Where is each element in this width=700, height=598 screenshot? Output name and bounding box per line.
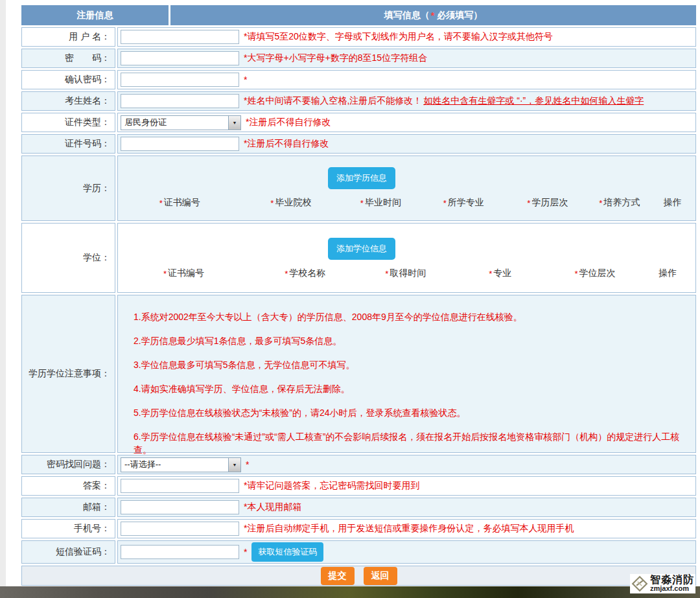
degree-col-cert-no: *证书编号: [118, 268, 250, 279]
password-label: 密 码：: [65, 52, 110, 64]
id-number-input[interactable]: [121, 137, 239, 151]
header-left-title: 注册信息: [77, 10, 113, 21]
logo-domain: zmjaxf.com: [650, 585, 694, 593]
header-right-cell: 填写信息（* 必须填写）: [170, 5, 696, 25]
bottom-photo-strip: [0, 586, 700, 598]
recovery-question-select[interactable]: --请选择-- ▼: [121, 457, 241, 472]
degree-col-major: *专业: [450, 268, 550, 279]
username-row: 用 户 名： *请填写5至20位数字、字母或下划线作为用户名，请不要输入汉字或其…: [21, 27, 696, 47]
password-input[interactable]: [121, 51, 239, 65]
recovery-question-hint: *: [246, 459, 249, 470]
notes-row: 学历学位注意事项： 1.系统对2002年至今大专以上（含大专）的学历信息、200…: [21, 295, 696, 453]
id-type-hint: *注册后不得自行修改: [246, 117, 331, 128]
education-label: 学历：: [83, 183, 110, 194]
candidate-name-input[interactable]: [121, 94, 239, 108]
mobile-row: 手机号： *注册后自动绑定手机，用于发送短信或重要操作身份认定，务必填写本人现用…: [21, 519, 696, 538]
zmjaxf-logo-icon: [631, 575, 648, 592]
degree-col-obtain-time: *取得时间: [360, 268, 450, 279]
confirm-password-row: 确认密码： *: [21, 70, 696, 89]
confirm-password-input[interactable]: [121, 73, 239, 87]
recovery-question-selected-value: --请选择--: [124, 459, 161, 470]
education-col-operation: 操作: [650, 197, 695, 209]
education-col-level: *学历层次: [506, 197, 589, 209]
note-item-4: 4.请如实准确填写学历、学位信息，保存后无法删除。: [134, 382, 350, 395]
rare-character-help-link[interactable]: 如姓名中含有生僻字或 “·”，参见姓名中如何输入生僻字: [423, 95, 644, 107]
table-header-row: 注册信息 填写信息（* 必须填写）: [21, 5, 696, 25]
mobile-hint: *注册后自动绑定手机，用于发送短信或重要操作身份认定，务必填写本人现用手机: [244, 523, 574, 535]
password-hint: *大写字母+小写字母+数字的8至15位字符组合: [244, 52, 427, 64]
add-education-button[interactable]: 添加学历信息: [328, 167, 395, 189]
degree-label: 学位：: [83, 252, 110, 264]
id-number-row: 证件号码： *注册后不得自行修改: [21, 134, 696, 154]
degree-col-school-name: *学校名称: [250, 268, 360, 279]
username-label: 用 户 名：: [69, 31, 110, 43]
dropdown-arrow-icon: ▼: [228, 116, 240, 130]
id-number-label: 证件号码：: [65, 138, 110, 150]
education-col-school: *毕业院校: [242, 197, 340, 209]
registration-form-table: 注册信息 填写信息（* 必须填写） 用 户 名： *请填写5至20位数字、字母或…: [21, 5, 696, 586]
answer-label: 答案：: [83, 480, 110, 492]
answer-input[interactable]: [121, 479, 239, 493]
confirm-password-label: 确认密码：: [65, 74, 110, 86]
username-input[interactable]: [121, 30, 239, 44]
note-item-6: 6.学历学位信息在线核验“未通过”或“需人工核查”的不会影响后续报名，须在报名开…: [134, 430, 689, 456]
education-col-major: *所学专业: [421, 197, 506, 209]
candidate-name-hint: *姓名中间请不要输入空格,注册后不能修改！: [244, 95, 422, 107]
candidate-name-row: 考生姓名： *姓名中间请不要输入空格,注册后不能修改！如姓名中含有生僻字或 “·…: [21, 91, 696, 111]
registration-page: 注册信息 填写信息（* 必须填写） 用 户 名： *请填写5至20位数字、字母或…: [0, 0, 700, 598]
degree-col-operation: 操作: [640, 268, 695, 279]
id-type-select[interactable]: 居民身份证 ▼: [121, 115, 241, 130]
zmjaxf-logo: 智淼消防 zmjaxf.com: [630, 574, 695, 593]
mobile-input[interactable]: [121, 522, 239, 536]
id-type-selected-value: 居民身份证: [124, 117, 167, 128]
answer-hint: *请牢记问题答案，忘记密码需找回时要用到: [244, 480, 419, 492]
dropdown-arrow-icon: ▼: [228, 458, 240, 472]
id-type-row: 证件类型： 居民身份证 ▼ *注册后不得自行修改: [21, 113, 696, 132]
education-col-grad-time: *毕业时间: [340, 197, 421, 209]
note-item-1: 1.系统对2002年至今大专以上（含大专）的学历信息、2008年9月至今的学位信…: [134, 310, 522, 323]
confirm-password-hint: *: [244, 75, 247, 85]
add-degree-button[interactable]: 添加学位信息: [328, 238, 395, 260]
note-item-3: 3.学位信息最多可填写5条信息，无学位信息可不填写。: [134, 358, 355, 371]
email-hint: *本人现用邮箱: [244, 501, 301, 513]
password-row: 密 码： *大写字母+小写字母+数字的8至15位字符组合: [21, 49, 696, 68]
sms-code-hint: *: [244, 547, 247, 557]
get-sms-code-button[interactable]: 获取短信验证码: [251, 542, 323, 562]
email-row: 邮箱： *本人现用邮箱: [21, 498, 696, 517]
recovery-question-label: 密码找回问题：: [47, 459, 110, 470]
header-left-cell: 注册信息: [21, 5, 169, 25]
degree-row: 学位： 添加学位信息 *证书编号 *学校名称 *取得时间 *专业 *学位层次 操…: [21, 223, 696, 293]
logo-title: 智淼消防: [650, 575, 694, 586]
id-type-label: 证件类型：: [65, 117, 110, 128]
note-item-5: 5.学历学位信息在线核验状态为“未核验”的，请24小时后，登录系统查看核验状态。: [134, 406, 466, 419]
mobile-label: 手机号：: [74, 523, 110, 535]
degree-columns-header: *证书编号 *学校名称 *取得时间 *专业 *学位层次 操作: [118, 268, 695, 279]
education-row: 学历： 添加学历信息 *证书编号 *毕业院校 *毕业时间 *所学专业 *学历层次…: [21, 155, 696, 221]
page-left-margin: [0, 0, 6, 586]
education-columns-header: *证书编号 *毕业院校 *毕业时间 *所学专业 *学历层次 *培养方式 操作: [118, 197, 695, 209]
sms-code-input[interactable]: [121, 545, 239, 559]
recovery-question-row: 密码找回问题： --请选择-- ▼ *: [21, 455, 696, 474]
required-star: *: [431, 10, 434, 21]
header-right-prefix: 填写信息（: [384, 10, 430, 21]
header-right-suffix: 必须填写）: [437, 10, 482, 21]
education-col-cert-no: *证书编号: [118, 197, 242, 209]
sms-code-row: 短信验证码： * 获取短信验证码: [21, 540, 696, 564]
id-number-hint: *注册后不得自行修改: [244, 138, 329, 150]
notes-label: 学历学位注意事项：: [29, 368, 110, 380]
submit-button[interactable]: 提交: [321, 567, 355, 585]
note-item-2: 2.学历信息最少填写1条信息，最多可填写5条信息。: [134, 334, 342, 347]
back-button[interactable]: 返回: [364, 567, 397, 585]
username-hint: *请填写5至20位数字、字母或下划线作为用户名，请不要输入汉字或其他符号: [244, 31, 553, 43]
education-col-training-mode: *培养方式: [589, 197, 650, 209]
sms-code-label: 短信验证码：: [56, 546, 110, 558]
email-label: 邮箱：: [83, 501, 110, 513]
answer-row: 答案： *请牢记问题答案，忘记密码需找回时要用到: [21, 476, 696, 496]
email-input[interactable]: [121, 500, 239, 514]
candidate-name-label: 考生姓名：: [65, 95, 110, 107]
footer-row: 提交 返回: [21, 566, 696, 586]
degree-col-level: *学位层次: [550, 268, 640, 279]
